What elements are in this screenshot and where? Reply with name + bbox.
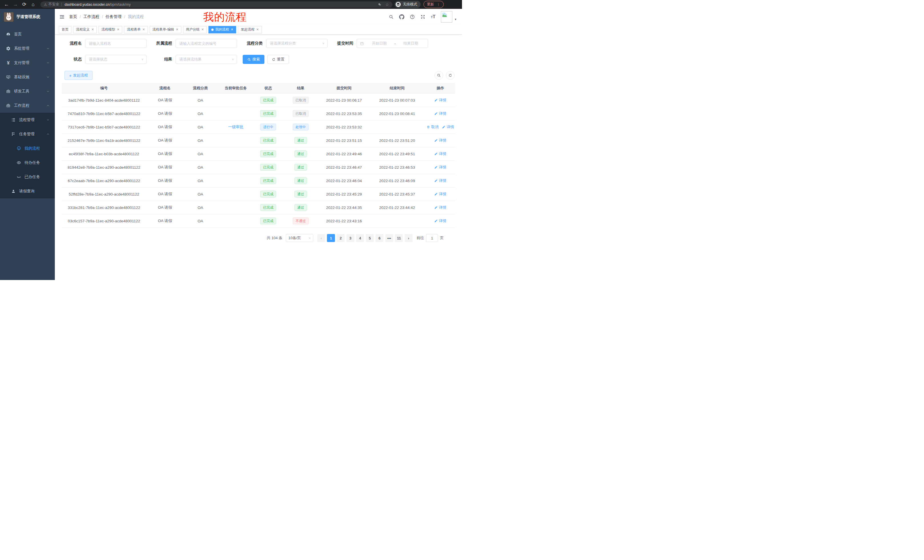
cell-process-name: OA 请假 <box>146 124 184 130</box>
tab-process-model[interactable]: 流程模型✕ <box>99 26 122 33</box>
sidebar-item-system[interactable]: 系统管理 <box>0 41 55 55</box>
avatar[interactable] <box>441 11 452 22</box>
start-date-placeholder[interactable]: 开始日期 <box>365 41 393 46</box>
page-size-select[interactable]: 10条/页 ˅ <box>286 234 313 242</box>
total-count: 共 104 条 <box>267 235 282 241</box>
submit-time-range-picker[interactable]: 开始日期 - 结束日期 <box>357 39 428 48</box>
cell-process-name: OA 请假 <box>146 165 184 170</box>
detail-link[interactable]: 详情 <box>434 178 446 183</box>
font-size-icon[interactable]: TT <box>431 15 435 19</box>
sidebar-item-todo-tasks[interactable]: 待办任务 <box>0 156 55 170</box>
detail-link[interactable]: 详情 <box>442 124 454 130</box>
result-tag: 已取消 <box>292 110 309 117</box>
page-button[interactable]: 11 <box>395 234 403 242</box>
page-button[interactable]: 3 <box>346 234 354 242</box>
sidebar-item-done-tasks[interactable]: 已办任务 <box>0 170 55 184</box>
process-name-input[interactable] <box>85 39 147 48</box>
flow-icon <box>11 132 16 137</box>
yen-icon: ¥ <box>6 60 11 65</box>
table-row: 3ad174fb-7b9d-11ec-8404-acde48001122OA 请… <box>62 94 455 107</box>
tab-start-process[interactable]: 发起流程✕ <box>238 26 261 33</box>
chrome-menu-icon[interactable]: ⋮ <box>436 2 440 7</box>
broken-image-icon <box>442 12 447 18</box>
tab-my-process[interactable]: 我的流程✕ <box>208 26 236 33</box>
browser-home-icon[interactable]: ⌂ <box>29 1 37 8</box>
github-icon[interactable] <box>399 14 404 19</box>
sidebar-item-infrastructure[interactable]: 基础设施 <box>0 70 55 84</box>
prev-page-button[interactable]: ‹ <box>317 234 325 242</box>
detail-link[interactable]: 详情 <box>434 165 446 170</box>
goto-page-input[interactable] <box>426 234 438 242</box>
detail-link[interactable]: 详情 <box>434 205 446 210</box>
chrome-update-button[interactable]: 更新 ⋮ <box>423 1 444 8</box>
security-label: 不安全 <box>48 2 59 7</box>
end-date-placeholder[interactable]: 结束日期 <box>397 41 425 46</box>
process-category-select[interactable]: 请选择流程分类 ˅ <box>266 39 327 48</box>
breadcrumb-item[interactable]: 首页 <box>69 14 77 19</box>
search-button[interactable]: 搜索 <box>243 55 264 64</box>
avatar-dropdown-caret-icon[interactable]: ▼ <box>454 18 457 21</box>
refresh-table-icon[interactable] <box>446 71 454 79</box>
sidebar-item-payment[interactable]: ¥支付管理 <box>0 55 55 70</box>
address-bar[interactable]: ⚠ 不安全 dashboard.yudao.iocoder.cn /bpm/ta… <box>40 1 392 8</box>
pager: ‹123456•••11› <box>317 234 412 242</box>
sidebar-item-workflow[interactable]: 工作流程 <box>0 99 55 113</box>
browser-forward-icon[interactable]: → <box>12 1 19 8</box>
sidebar-item-devtools[interactable]: 研发工具 <box>0 84 55 99</box>
result-select[interactable]: 请选择流结果 ˅ <box>176 55 237 64</box>
breadcrumb-item[interactable]: 任务管理 <box>106 14 122 19</box>
detail-link[interactable]: 详情 <box>434 97 446 103</box>
tab-process-form-edit[interactable]: 流程表单-编辑✕ <box>150 26 182 33</box>
current-task-link[interactable]: 一级审批 <box>228 124 244 130</box>
chevron-down-icon <box>46 47 50 50</box>
hamburger-icon[interactable] <box>59 14 65 20</box>
tab-process-definition[interactable]: 流程定义✕ <box>73 26 97 33</box>
close-icon[interactable]: ✕ <box>256 28 259 31</box>
browser-reload-icon[interactable]: ⟳ <box>21 1 28 8</box>
search-icon[interactable] <box>388 14 394 19</box>
cell-actions: 详情 <box>426 178 455 183</box>
page-button[interactable]: 2 <box>337 234 345 242</box>
next-page-button[interactable]: › <box>405 234 412 242</box>
fullscreen-icon[interactable] <box>420 14 426 19</box>
close-icon[interactable]: ✕ <box>176 28 178 31</box>
cancel-link[interactable]: 取消 <box>427 124 439 130</box>
detail-link[interactable]: 详情 <box>434 111 446 116</box>
detail-link[interactable]: 详情 <box>434 219 446 223</box>
page-button[interactable]: 5 <box>366 234 374 242</box>
tab-user-group[interactable]: 用户分组✕ <box>183 26 207 33</box>
tab-process-form[interactable]: 流程表单✕ <box>124 26 148 33</box>
detail-link[interactable]: 详情 <box>434 138 446 143</box>
breadcrumb-item[interactable]: 工作流程 <box>83 14 99 19</box>
bookmark-star-icon[interactable]: ☆ <box>385 2 389 7</box>
detail-link[interactable]: 详情 <box>434 192 446 197</box>
close-icon[interactable]: ✕ <box>117 28 119 31</box>
password-key-icon[interactable] <box>377 3 381 7</box>
process-definition-input[interactable] <box>176 39 237 48</box>
page-button[interactable]: 4 <box>356 234 364 242</box>
close-icon[interactable]: ✕ <box>201 28 204 31</box>
show-search-toggle-icon[interactable] <box>435 71 443 79</box>
sidebar-item-task-mgmt[interactable]: 任务管理 <box>0 127 55 141</box>
page-button[interactable]: 1 <box>327 234 335 242</box>
close-icon[interactable]: ✕ <box>142 28 145 31</box>
browser-back-icon[interactable]: ← <box>3 1 10 8</box>
status-select[interactable]: 请选择状态 ˅ <box>85 55 147 64</box>
sidebar-item-leave-query[interactable]: 请假查询 <box>0 184 55 198</box>
result-tag: 已取消 <box>292 97 309 103</box>
close-icon[interactable]: ✕ <box>231 28 233 31</box>
start-process-button[interactable]: + 发起流程 <box>64 71 93 80</box>
page-button[interactable]: 6 <box>375 234 384 242</box>
tab-home[interactable]: 首页 <box>59 26 71 33</box>
detail-link[interactable]: 详情 <box>434 151 446 156</box>
sidebar-item-process-mgmt[interactable]: 流程管理 <box>0 113 55 127</box>
close-icon[interactable]: ✕ <box>92 28 94 31</box>
more-pages-button[interactable]: ••• <box>385 234 393 242</box>
sidebar-item-home[interactable]: 首页 <box>0 27 55 41</box>
sidebar-item-my-process[interactable]: 我的流程 <box>0 141 55 156</box>
column-header: 状态 <box>254 85 282 91</box>
cell-process-name: OA 请假 <box>146 151 184 156</box>
reset-button[interactable]: 重置 <box>267 55 289 64</box>
help-icon[interactable] <box>410 14 415 19</box>
app-logo[interactable]: 芋道管理系统 <box>0 9 55 25</box>
